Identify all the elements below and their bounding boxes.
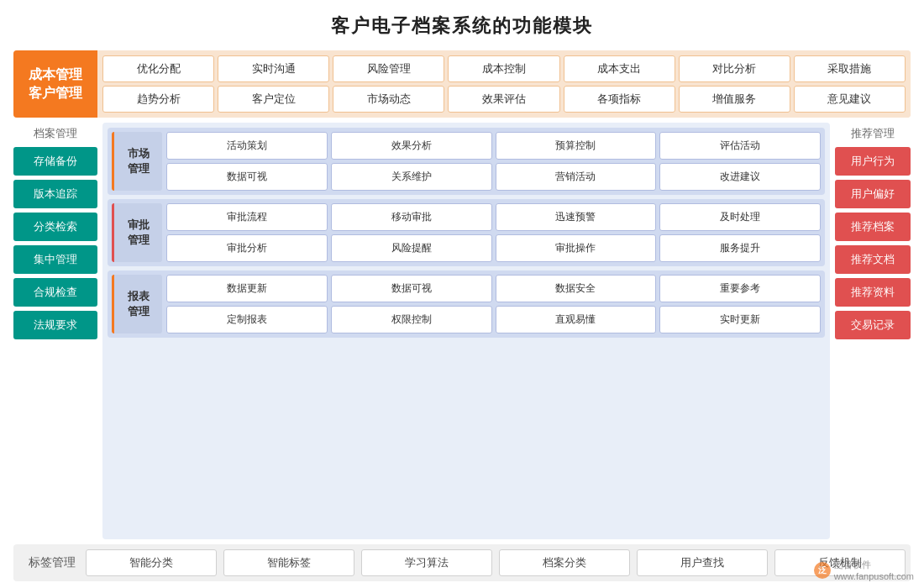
section-header-report: 报表管理: [112, 275, 162, 333]
section-cell-report-4: 定制报表: [166, 306, 328, 333]
top-grid: 优化分配实时沟通风险管理成本控制成本支出对比分析采取措施趋势分析客户定位市场动态…: [97, 50, 911, 118]
top-cell-0: 优化分配: [102, 55, 214, 82]
section-cell-approval-2: 迅速预警: [496, 203, 657, 231]
center-section-market: 市场管理活动策划效果分析预算控制评估活动数据可视关系维护营销活动改进建议: [108, 128, 825, 195]
top-cell-11: 各项指标: [564, 86, 675, 113]
section-cell-report-6: 直观易懂: [496, 306, 657, 333]
right-btn-4[interactable]: 推荐资料: [835, 278, 911, 307]
right-btn-0[interactable]: 用户行为: [835, 147, 911, 176]
top-cell-13: 意见建议: [794, 86, 906, 113]
section-cell-approval-7: 服务提升: [659, 234, 821, 262]
top-row: 成本管理客户管理 优化分配实时沟通风险管理成本控制成本支出对比分析采取措施趋势分…: [13, 50, 911, 118]
section-cell-market-1: 效果分析: [331, 132, 492, 160]
section-cell-approval-3: 及时处理: [659, 203, 821, 231]
top-cell-12: 增值服务: [679, 86, 790, 113]
section-cell-market-2: 预算控制: [496, 132, 657, 160]
page-wrapper: 客户电子档案系统的功能模块 成本管理客户管理 优化分配实时沟通风险管理成本控制成…: [0, 0, 924, 588]
section-grid-approval: 审批流程移动审批迅速预警及时处理审批分析风险提醒审批操作服务提升: [166, 203, 821, 262]
section-cell-market-3: 评估活动: [659, 132, 821, 160]
left-sidebar: 档案管理 存储备份版本追踪分类检索集中管理合规检查法规要求: [13, 123, 97, 539]
section-cell-report-0: 数据更新: [166, 275, 328, 302]
bottom-tag-0[interactable]: 智能分类: [86, 549, 217, 576]
watermark-logo: 泛: [814, 562, 831, 579]
page-title: 客户电子档案系统的功能模块: [13, 8, 911, 45]
top-cell-7: 趋势分析: [102, 86, 214, 113]
section-cell-report-2: 数据安全: [496, 275, 657, 302]
bottom-tag-4[interactable]: 用户查找: [637, 549, 768, 576]
middle-row: 档案管理 存储备份版本追踪分类检索集中管理合规检查法规要求 市场管理活动策划效果…: [13, 123, 911, 539]
top-left-header: 成本管理客户管理: [13, 50, 97, 118]
watermark: 泛 泛普软件 www.fanpusoft.com: [814, 559, 914, 581]
sidebar-btn-2[interactable]: 分类检索: [13, 213, 97, 241]
sidebar-btn-4[interactable]: 合规检查: [13, 278, 97, 307]
section-cell-market-4: 数据可视: [166, 163, 328, 191]
section-cell-approval-4: 审批分析: [166, 234, 328, 262]
section-cell-approval-6: 审批操作: [496, 234, 657, 262]
sidebar-btn-5[interactable]: 法规要求: [13, 311, 97, 339]
section-cell-report-3: 重要参考: [659, 275, 821, 302]
top-cell-1: 实时沟通: [218, 55, 329, 82]
bottom-row: 标签管理 智能分类智能标签学习算法档案分类用户查找反馈机制: [13, 544, 911, 581]
section-cell-approval-5: 风险提醒: [331, 234, 492, 262]
section-cell-market-6: 营销活动: [496, 163, 657, 191]
sidebar-label: 档案管理: [13, 123, 97, 143]
section-cell-report-7: 实时更新: [659, 306, 821, 333]
section-cell-approval-0: 审批流程: [166, 203, 328, 231]
right-btn-2[interactable]: 推荐档案: [835, 213, 911, 241]
bottom-tag-2[interactable]: 学习算法: [361, 549, 492, 576]
top-cell-9: 市场动态: [333, 86, 444, 113]
section-header-approval: 审批管理: [112, 203, 162, 262]
watermark-text: 泛普软件 www.fanpusoft.com: [834, 559, 914, 581]
section-cell-report-1: 数据可视: [331, 275, 492, 302]
top-cell-2: 风险管理: [333, 55, 444, 82]
section-grid-market: 活动策划效果分析预算控制评估活动数据可视关系维护营销活动改进建议: [166, 132, 821, 191]
bottom-tag-3[interactable]: 档案分类: [499, 549, 630, 576]
section-cell-market-0: 活动策划: [166, 132, 328, 160]
top-cell-5: 对比分析: [679, 55, 790, 82]
sidebar-btn-3[interactable]: 集中管理: [13, 245, 97, 274]
bottom-label: 标签管理: [18, 555, 86, 570]
right-sidebar: 推荐管理 用户行为用户偏好推荐档案推荐文档推荐资料交易记录: [835, 123, 911, 539]
top-cell-6: 采取措施: [794, 55, 906, 82]
center-section-report: 报表管理数据更新数据可视数据安全重要参考定制报表权限控制直观易懂实时更新: [108, 270, 825, 338]
right-sidebar-label: 推荐管理: [835, 123, 911, 143]
sidebar-btn-0[interactable]: 存储备份: [13, 147, 97, 176]
section-grid-report: 数据更新数据可视数据安全重要参考定制报表权限控制直观易懂实时更新: [166, 275, 821, 333]
center-section-approval: 审批管理审批流程移动审批迅速预警及时处理审批分析风险提醒审批操作服务提升: [108, 199, 825, 266]
bottom-tag-1[interactable]: 智能标签: [223, 549, 354, 576]
top-cell-10: 效果评估: [448, 86, 559, 113]
section-cell-market-7: 改进建议: [659, 163, 821, 191]
center-content: 市场管理活动策划效果分析预算控制评估活动数据可视关系维护营销活动改进建议审批管理…: [102, 123, 830, 539]
bottom-tags: 智能分类智能标签学习算法档案分类用户查找反馈机制: [86, 549, 906, 576]
section-header-market: 市场管理: [112, 132, 162, 191]
section-cell-market-5: 关系维护: [331, 163, 492, 191]
section-cell-approval-1: 移动审批: [331, 203, 492, 231]
sidebar-btn-1[interactable]: 版本追踪: [13, 180, 97, 208]
section-cell-report-5: 权限控制: [331, 306, 492, 333]
right-btn-1[interactable]: 用户偏好: [835, 180, 911, 208]
top-cell-8: 客户定位: [218, 86, 329, 113]
top-cell-4: 成本支出: [564, 55, 675, 82]
top-cell-3: 成本控制: [448, 55, 559, 82]
right-btn-3[interactable]: 推荐文档: [835, 245, 911, 274]
right-btn-5[interactable]: 交易记录: [835, 311, 911, 339]
